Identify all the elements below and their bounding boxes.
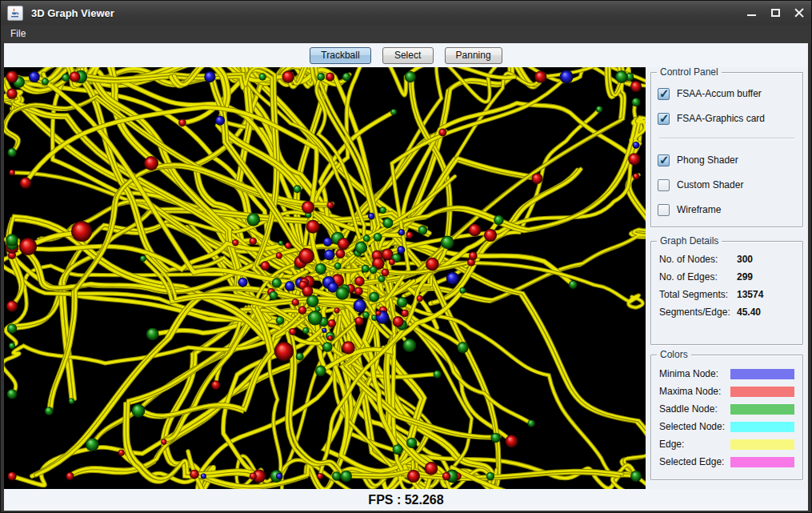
detail-label: Segments/Edge: <box>659 307 737 318</box>
checkbox-custom-shader[interactable] <box>658 179 670 191</box>
checkbox-row: Custom Shader <box>658 177 796 193</box>
detail-label: No. of Nodes: <box>659 254 737 265</box>
checkbox-label: FSAA-Graphics card <box>677 113 765 124</box>
minimize-button[interactable] <box>739 1 763 25</box>
status-bar: FPS : 52.268 <box>4 489 808 511</box>
window-controls <box>739 1 811 25</box>
checkbox-row: FSAA-Accum buffer <box>658 86 796 102</box>
maximize-button[interactable] <box>763 1 787 25</box>
checkbox-label: Phong Shader <box>677 154 738 166</box>
maximize-icon <box>771 9 780 17</box>
color-swatch-minima-node-[interactable] <box>730 369 794 379</box>
color-label: Saddle Node: <box>659 403 718 415</box>
checkbox-label: Wireframe <box>677 204 721 215</box>
toolbar-button-trackball[interactable]: Trackball <box>310 47 370 64</box>
graph-details-title: Graph Details <box>657 235 722 246</box>
color-row: Minima Node: <box>659 368 796 379</box>
java-coffee-icon <box>10 7 21 18</box>
details-list: No. of Nodes:300No. of Edges:299Total Se… <box>659 254 796 319</box>
graph-canvas-svg <box>4 67 646 489</box>
minimize-icon <box>747 14 756 16</box>
colors-title: Colors <box>657 349 691 360</box>
color-swatch-saddle-node-[interactable] <box>730 404 794 415</box>
detail-value: 300 <box>737 254 753 265</box>
color-swatch-selected-node-[interactable] <box>730 422 794 432</box>
java-app-icon <box>7 6 23 21</box>
graph-details-group: Graph Details No. of Nodes:300No. of Edg… <box>650 241 803 345</box>
color-swatch-selected-edge-[interactable] <box>730 457 794 467</box>
detail-row: Total Segments:13574 <box>659 289 796 302</box>
color-row: Saddle Node: <box>659 403 796 415</box>
checkbox-label: FSAA-Accum buffer <box>677 88 762 99</box>
detail-value: 299 <box>737 271 753 283</box>
close-icon <box>794 8 804 18</box>
menu-item-file[interactable]: File <box>1 26 34 43</box>
checkbox-list: FSAA-Accum bufferFSAA-Graphics cardPhong… <box>658 86 796 218</box>
graph-3d-canvas[interactable] <box>4 67 646 489</box>
menu-bar: File <box>1 25 811 43</box>
close-button[interactable] <box>787 1 811 25</box>
main-area: Control Panel FSAA-Accum bufferFSAA-Grap… <box>4 67 808 489</box>
color-label: Selected Node: <box>659 421 725 432</box>
content-area: TrackballSelectPanning Control Panel FSA… <box>4 43 808 509</box>
checkbox-label: Custom Shader <box>677 179 743 190</box>
checkbox-wireframe[interactable] <box>658 204 670 216</box>
control-panel-title: Control Panel <box>657 66 722 78</box>
color-swatch-edge-[interactable] <box>730 439 794 450</box>
color-row: Edge: <box>659 439 796 450</box>
detail-label: No. of Edges: <box>659 271 737 283</box>
detail-row: No. of Nodes:300 <box>659 254 796 267</box>
detail-row: Segments/Edge:45.40 <box>659 307 796 319</box>
color-label: Selected Edge: <box>659 456 724 467</box>
checkbox-row: FSAA-Graphics card <box>658 110 796 126</box>
checkbox-fsaa-accum-buffer[interactable] <box>658 88 670 100</box>
fps-readout: FPS : 52.268 <box>368 493 443 507</box>
checkbox-row: Phong Shader <box>658 152 796 168</box>
color-swatch-maxima-node-[interactable] <box>730 387 794 397</box>
title-bar[interactable]: 3D Graph Viewer <box>1 1 811 25</box>
detail-label: Total Segments: <box>659 289 737 300</box>
color-label: Maxima Node: <box>659 386 721 397</box>
detail-value: 45.40 <box>737 307 761 318</box>
checkbox-row: Wireframe <box>658 202 796 218</box>
detail-value: 13574 <box>737 289 763 300</box>
app-window: 3D Graph Viewer File TrackballSelectPann… <box>0 0 812 513</box>
mode-toolbar: TrackballSelectPanning <box>4 43 808 67</box>
detail-row: No. of Edges:299 <box>659 271 796 284</box>
toolbar-button-panning[interactable]: Panning <box>445 47 502 64</box>
color-row: Selected Node: <box>659 421 796 432</box>
control-panel-group: Control Panel FSAA-Accum bufferFSAA-Grap… <box>650 72 803 227</box>
checkbox-phong-shader[interactable] <box>658 154 670 166</box>
color-label: Edge: <box>659 439 684 450</box>
colors-list: Minima Node:Maxima Node:Saddle Node:Sele… <box>659 368 796 467</box>
checkbox-fsaa-graphics-card[interactable] <box>658 113 670 125</box>
side-panel: Control Panel FSAA-Accum bufferFSAA-Grap… <box>646 67 808 489</box>
color-label: Minima Node: <box>659 368 718 379</box>
toolbar-button-select[interactable]: Select <box>382 47 434 64</box>
color-row: Maxima Node: <box>659 386 796 397</box>
colors-group: Colors Minima Node:Maxima Node:Saddle No… <box>650 355 803 480</box>
color-row: Selected Edge: <box>659 456 796 467</box>
separator <box>659 138 794 139</box>
window-title: 3D Graph Viewer <box>31 7 114 19</box>
